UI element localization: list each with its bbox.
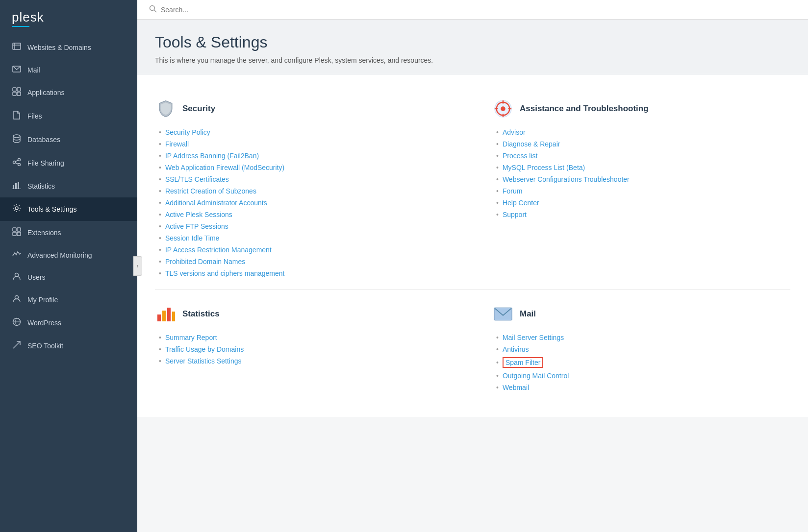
sidebar-item-wordpress[interactable]: WordPress — [0, 311, 137, 335]
svg-line-29 — [154, 10, 157, 13]
diagnose-link[interactable]: Diagnose & Repair — [503, 140, 560, 148]
sidebar: plesk Websites & Domains Mail Applicatio… — [0, 0, 137, 532]
link-advisor[interactable]: Advisor — [496, 126, 790, 138]
restrict-link[interactable]: Restrict Creation of Subzones — [165, 187, 256, 195]
svg-rect-21 — [13, 232, 16, 236]
sidebar-item-applications[interactable]: Applications — [0, 81, 137, 104]
link-ip-restriction[interactable]: IP Access Restriction Management — [159, 244, 461, 256]
process-link[interactable]: Process list — [503, 152, 538, 160]
link-support[interactable]: Support — [496, 209, 790, 220]
link-diagnose[interactable]: Diagnose & Repair — [496, 138, 790, 150]
svg-rect-16 — [18, 182, 19, 189]
search-input[interactable] — [161, 6, 308, 14]
session-idle-link[interactable]: Session Idle Time — [165, 234, 220, 242]
applications-icon — [12, 87, 22, 98]
svg-point-8 — [13, 135, 20, 138]
sidebar-item-users[interactable]: Users — [0, 266, 137, 289]
security-policy-link[interactable]: Security Policy — [165, 128, 210, 136]
svg-rect-39 — [167, 308, 171, 321]
link-forum[interactable]: Forum — [496, 185, 790, 197]
help-link[interactable]: Help Center — [503, 199, 539, 207]
sidebar-label: Files — [27, 112, 42, 120]
prohibited-link[interactable]: Prohibited Domain Names — [165, 258, 245, 266]
link-traffic-usage[interactable]: Traffic Usage by Domains — [159, 343, 461, 355]
plesk-sessions-link[interactable]: Active Plesk Sessions — [165, 211, 232, 218]
link-prohibited-domains[interactable]: Prohibited Domain Names — [159, 256, 461, 267]
forum-link[interactable]: Forum — [503, 187, 522, 195]
admin-link[interactable]: Additional Administrator Accounts — [165, 199, 267, 207]
sidebar-label: Users — [27, 273, 46, 281]
link-server-stats[interactable]: Server Statistics Settings — [159, 355, 461, 367]
spam-filter-link[interactable]: Spam Filter — [503, 357, 544, 368]
sidebar-item-tools-settings[interactable]: Tools & Settings — [0, 197, 137, 221]
sidebar-item-websites-domains[interactable]: Websites & Domains — [0, 36, 137, 59]
sidebar-item-extensions[interactable]: Extensions — [0, 221, 137, 244]
server-stats-link[interactable]: Server Statistics Settings — [165, 357, 242, 365]
websites-icon — [12, 42, 22, 53]
sidebar-item-file-sharing[interactable]: File Sharing — [0, 151, 137, 175]
link-webserver-troubleshooter[interactable]: Webserver Configurations Troubleshooter — [496, 173, 790, 185]
waf-link[interactable]: Web Application Firewall (ModSecurity) — [165, 164, 284, 171]
tls-link[interactable]: TLS versions and ciphers management — [165, 269, 285, 277]
link-mysql-process[interactable]: MySQL Process List (Beta) — [496, 162, 790, 173]
sidebar-label: Statistics — [27, 182, 55, 190]
link-summary-report[interactable]: Summary Report — [159, 332, 461, 343]
webmail-link[interactable]: Webmail — [503, 384, 529, 391]
link-ssl-tls[interactable]: SSL/TLS Certificates — [159, 173, 461, 185]
ip-banning-link[interactable]: IP Address Banning (Fail2Ban) — [165, 152, 259, 160]
svg-rect-0 — [13, 43, 21, 49]
link-help-center[interactable]: Help Center — [496, 197, 790, 209]
statistics-links: Summary Report Traffic Usage by Domains … — [155, 332, 461, 367]
sidebar-collapse-button[interactable]: ‹ — [133, 256, 142, 276]
svg-line-12 — [15, 160, 18, 162]
mail-links: Mail Server Settings Antivirus Spam Filt… — [492, 332, 790, 393]
link-webmail[interactable]: Webmail — [496, 382, 790, 393]
link-spam-filter[interactable]: Spam Filter — [496, 355, 790, 370]
outgoing-mail-link[interactable]: Outgoing Mail Control — [503, 372, 569, 380]
sidebar-item-files[interactable]: Files — [0, 104, 137, 128]
traffic-link[interactable]: Traffic Usage by Domains — [165, 345, 244, 353]
link-waf[interactable]: Web Application Firewall (ModSecurity) — [159, 162, 461, 173]
antivirus-link[interactable]: Antivirus — [503, 345, 529, 353]
link-antivirus[interactable]: Antivirus — [496, 343, 790, 355]
link-process-list[interactable]: Process list — [496, 150, 790, 162]
mail-nav-icon — [12, 66, 22, 74]
webserver-link[interactable]: Webserver Configurations Troubleshooter — [503, 175, 630, 183]
files-icon — [12, 111, 22, 121]
link-security-policy[interactable]: Security Policy — [159, 126, 461, 138]
link-mail-server[interactable]: Mail Server Settings — [496, 332, 790, 343]
assistance-header: Assistance and Troubleshooting — [492, 98, 790, 120]
link-restrict-subzones[interactable]: Restrict Creation of Subzones — [159, 185, 461, 197]
ftp-sessions-link[interactable]: Active FTP Sessions — [165, 222, 228, 230]
support-link[interactable]: Support — [503, 211, 527, 218]
advisor-link[interactable]: Advisor — [503, 128, 526, 136]
mail-server-link[interactable]: Mail Server Settings — [503, 334, 564, 341]
link-ftp-sessions[interactable]: Active FTP Sessions — [159, 220, 461, 232]
sidebar-label: Applications — [27, 89, 65, 97]
sidebar-item-my-profile[interactable]: My Profile — [0, 289, 137, 311]
firewall-link[interactable]: Firewall — [165, 140, 189, 148]
sidebar-item-mail[interactable]: Mail — [0, 59, 137, 81]
sidebar-label: WordPress — [27, 319, 61, 327]
mysql-link[interactable]: MySQL Process List (Beta) — [503, 164, 585, 171]
summary-link[interactable]: Summary Report — [165, 334, 217, 341]
ssl-link[interactable]: SSL/TLS Certificates — [165, 175, 229, 183]
link-outgoing-mail[interactable]: Outgoing Mail Control — [496, 370, 790, 382]
svg-rect-19 — [13, 228, 16, 231]
sidebar-item-statistics[interactable]: Statistics — [0, 175, 137, 197]
content-grid: Security Security Policy Firewall IP Add… — [137, 74, 808, 417]
sidebar-item-advanced-monitoring[interactable]: Advanced Monitoring — [0, 244, 137, 266]
link-admin-accounts[interactable]: Additional Administrator Accounts — [159, 197, 461, 209]
sidebar-item-seo-toolkit[interactable]: SEO Toolkit — [0, 335, 137, 357]
link-firewall[interactable]: Firewall — [159, 138, 461, 150]
link-ip-address-banning[interactable]: IP Address Banning (Fail2Ban) — [159, 150, 461, 162]
svg-rect-15 — [15, 183, 17, 189]
svg-point-10 — [13, 161, 16, 164]
link-plesk-sessions[interactable]: Active Plesk Sessions — [159, 209, 461, 220]
ip-restriction-link[interactable]: IP Access Restriction Management — [165, 246, 272, 254]
sidebar-label: My Profile — [27, 296, 58, 304]
svg-point-18 — [15, 207, 18, 210]
sidebar-item-databases[interactable]: Databases — [0, 128, 137, 151]
link-tls-management[interactable]: TLS versions and ciphers management — [159, 267, 461, 279]
link-session-idle[interactable]: Session Idle Time — [159, 232, 461, 244]
